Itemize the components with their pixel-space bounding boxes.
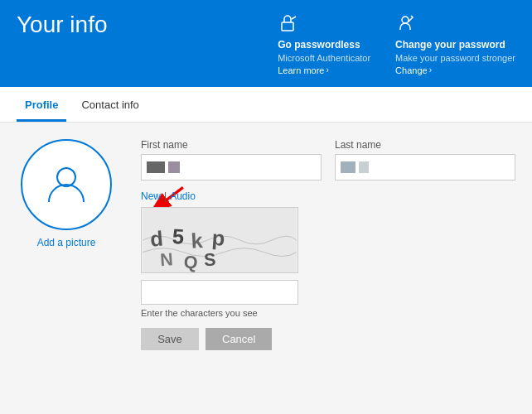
- avatar-section: Add a picture: [17, 139, 116, 412]
- svg-rect-0: [282, 22, 293, 31]
- form-section: First name Last name New: [141, 139, 515, 412]
- last-name-input[interactable]: [335, 154, 515, 181]
- last-name-label: Last name: [335, 139, 515, 151]
- captcha-image: d 5 k p N Q S: [141, 207, 298, 273]
- captcha-links: New | Audio: [141, 190, 515, 202]
- captcha-new-link[interactable]: New: [141, 190, 161, 202]
- tabs-bar: Profile Contact info: [0, 89, 532, 123]
- captcha-section: New | Audio d 5 k p: [141, 190, 515, 318]
- last-name-group: Last name: [335, 139, 515, 181]
- captcha-divider: |: [164, 190, 167, 202]
- last-block-2: [359, 161, 369, 173]
- captcha-instruction: Enter the characters you see: [141, 308, 515, 318]
- chevron-icon: ›: [326, 65, 328, 75]
- last-block-1: [341, 161, 355, 173]
- chevron-icon-2: ›: [429, 65, 432, 75]
- page-title: Your info: [17, 8, 108, 38]
- header-actions: Go passwordless Microsoft Authenticator …: [278, 8, 515, 75]
- svg-text:d: d: [149, 226, 164, 250]
- svg-point-2: [402, 17, 409, 23]
- main-content: Add a picture First name: [0, 123, 532, 414]
- change-password-link[interactable]: Change ›: [395, 65, 432, 75]
- svg-text:N: N: [159, 249, 173, 270]
- avatar-icon: [44, 161, 89, 208]
- name-block-2: [168, 161, 180, 173]
- change-password-action: Change your password Make your password …: [395, 13, 515, 75]
- first-name-label: First name: [141, 139, 322, 151]
- name-block-1: [147, 161, 165, 173]
- tab-profile[interactable]: Profile: [17, 89, 66, 122]
- go-passwordless-action: Go passwordless Microsoft Authenticator …: [278, 13, 370, 75]
- svg-point-3: [57, 168, 75, 186]
- svg-text:5: 5: [172, 224, 185, 248]
- cancel-button[interactable]: Cancel: [206, 328, 272, 350]
- avatar-circle: [21, 139, 112, 230]
- passwordless-learn-more-link[interactable]: Learn more ›: [278, 65, 329, 75]
- svg-text:S: S: [203, 249, 216, 270]
- password-icon: [395, 13, 415, 37]
- svg-text:Q: Q: [183, 252, 199, 272]
- add-picture-link[interactable]: Add a picture: [37, 237, 96, 248]
- button-row: Save Cancel: [141, 328, 515, 350]
- passwordless-icon: [278, 13, 297, 37]
- svg-text:k: k: [191, 229, 204, 253]
- header: Your info Go passwordless Microsoft Auth…: [0, 0, 532, 87]
- passwordless-subtitle: Microsoft Authenticator: [278, 52, 370, 64]
- captcha-audio-link[interactable]: Audio: [170, 190, 196, 202]
- tab-contact-info[interactable]: Contact info: [73, 89, 147, 122]
- save-button[interactable]: Save: [141, 328, 199, 350]
- name-row: First name Last name: [141, 139, 515, 181]
- first-name-group: First name: [141, 139, 322, 181]
- change-password-subtitle: Make your password stronger: [395, 52, 515, 64]
- change-password-title: Change your password: [395, 39, 505, 52]
- svg-line-1: [292, 17, 296, 19]
- passwordless-title: Go passwordless: [278, 39, 360, 52]
- svg-text:p: p: [211, 226, 225, 250]
- captcha-input[interactable]: [141, 280, 298, 305]
- first-name-input[interactable]: [141, 154, 322, 181]
